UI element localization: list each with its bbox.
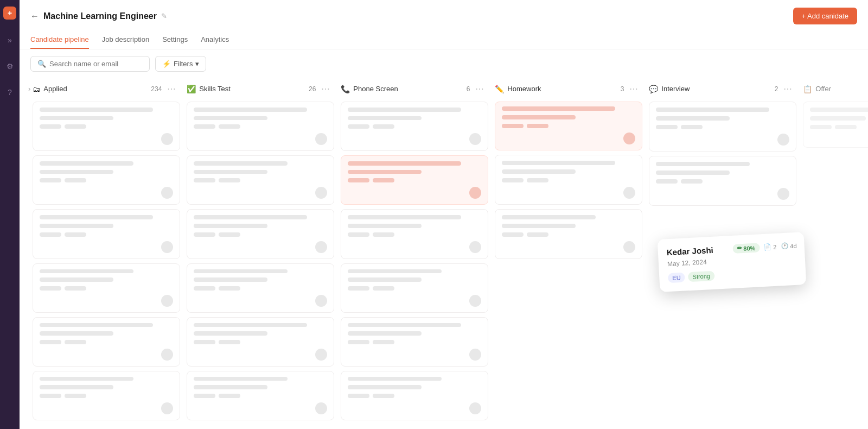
card-tag	[681, 125, 703, 129]
card-tag	[219, 394, 240, 398]
card-tag	[219, 232, 240, 237]
applied-menu-icon[interactable]: ⋯	[165, 83, 178, 95]
card-line	[348, 277, 421, 282]
skills-menu-icon[interactable]: ⋯	[319, 83, 332, 95]
card-tag	[219, 286, 240, 291]
toolbar: 🔍 ⚡ Filters ▾	[20, 49, 868, 78]
card-line	[194, 116, 267, 121]
interview-count: 2	[775, 85, 778, 93]
column-phone: 📞 Phone Screen 6 ⋯	[339, 78, 490, 422]
avatar	[469, 187, 481, 199]
filter-button[interactable]: ⚡ Filters ▾	[155, 56, 206, 72]
card-tag	[65, 286, 86, 291]
table-row[interactable]	[187, 263, 334, 313]
avatar	[469, 133, 481, 145]
column-header-homework: ✏️ Homework 3 ⋯	[493, 78, 644, 99]
skills-cards	[184, 99, 336, 422]
table-row[interactable]	[187, 209, 334, 258]
interview-title: Interview	[661, 85, 771, 93]
drag-preview-card[interactable]: Kedar Joshi May 12, 2024 EU Strong ✏ 80%…	[658, 232, 807, 292]
table-row[interactable]	[187, 371, 334, 420]
card-tag	[373, 394, 394, 398]
table-row[interactable]	[341, 317, 488, 367]
tab-pipeline[interactable]: Candidate pipeline	[30, 31, 89, 49]
homework-menu-icon[interactable]: ⋯	[627, 83, 640, 95]
table-row[interactable]	[803, 102, 868, 148]
card-tag	[40, 178, 61, 182]
table-row[interactable]	[341, 209, 488, 258]
phone-icon: 📞	[341, 85, 350, 93]
table-row[interactable]	[187, 155, 334, 205]
header: ← Machine Learning Engineer ✎ + Add cani…	[20, 0, 868, 49]
card-tag	[194, 178, 215, 182]
table-row[interactable]	[649, 102, 796, 152]
card-line	[348, 377, 441, 381]
column-header-phone: 📞 Phone Screen 6 ⋯	[339, 78, 490, 99]
card-tag	[65, 232, 86, 237]
card-tag	[502, 124, 524, 128]
search-box[interactable]: 🔍	[30, 56, 150, 72]
card-line	[194, 385, 267, 389]
table-row[interactable]	[341, 155, 488, 205]
interview-menu-icon[interactable]: ⋯	[781, 83, 794, 95]
table-row[interactable]	[341, 263, 488, 313]
table-row[interactable]	[495, 209, 642, 259]
table-row[interactable]	[495, 102, 642, 150]
table-row[interactable]	[341, 102, 488, 151]
card-line	[348, 170, 421, 174]
table-row[interactable]	[33, 102, 180, 151]
table-row[interactable]	[33, 209, 180, 258]
card-line	[348, 116, 421, 121]
search-input[interactable]	[49, 60, 143, 68]
clock-icon: 🕐	[781, 243, 789, 250]
table-row[interactable]	[649, 156, 796, 206]
table-row[interactable]	[187, 102, 334, 151]
phone-menu-icon[interactable]: ⋯	[473, 83, 486, 95]
tab-description[interactable]: Job description	[102, 31, 149, 49]
card-line	[502, 169, 575, 174]
card-line	[194, 108, 307, 112]
card-line	[348, 224, 421, 228]
card-line	[810, 108, 868, 112]
tab-analytics[interactable]: Analytics	[201, 31, 229, 49]
sidebar-settings-icon[interactable]: ⚙	[2, 59, 17, 74]
sidebar-collapse-icon[interactable]: »	[2, 33, 17, 48]
card-line	[40, 385, 113, 389]
table-row[interactable]	[33, 317, 180, 367]
card-line	[656, 162, 749, 166]
edit-icon[interactable]: ✎	[161, 12, 167, 20]
card-tag	[40, 340, 61, 344]
tab-settings[interactable]: Settings	[162, 31, 188, 49]
sidebar-logo[interactable]: +	[3, 7, 16, 20]
card-tag	[656, 125, 678, 129]
card-tag	[373, 232, 394, 237]
card-tag	[65, 394, 86, 398]
applied-count: 234	[151, 85, 162, 93]
card-tag	[348, 178, 369, 182]
table-row[interactable]	[33, 263, 180, 313]
card-tag	[502, 232, 524, 237]
homework-cards	[493, 99, 644, 422]
table-row[interactable]	[187, 317, 334, 367]
add-candidate-button[interactable]: + Add canidate	[793, 8, 857, 24]
card-line	[40, 170, 113, 174]
sidebar-help-icon[interactable]: ?	[2, 85, 17, 100]
card-line	[194, 161, 287, 166]
tag-strong: Strong	[688, 271, 714, 282]
avatar	[469, 349, 481, 361]
card-line	[348, 108, 461, 112]
table-row[interactable]	[341, 371, 488, 420]
card-tag	[373, 340, 394, 344]
avatar	[623, 187, 635, 199]
card-tag	[373, 178, 394, 182]
column-header-applied: 🗂 Applied 234 ⋯	[30, 78, 182, 99]
card-line	[40, 224, 113, 228]
search-icon: 🔍	[37, 60, 46, 68]
table-row[interactable]	[33, 371, 180, 420]
doc-icon: 📄	[764, 243, 772, 251]
card-tag	[219, 340, 240, 344]
card-line	[502, 106, 615, 111]
back-button[interactable]: ←	[30, 11, 39, 21]
table-row[interactable]	[33, 155, 180, 205]
table-row[interactable]	[495, 155, 642, 205]
